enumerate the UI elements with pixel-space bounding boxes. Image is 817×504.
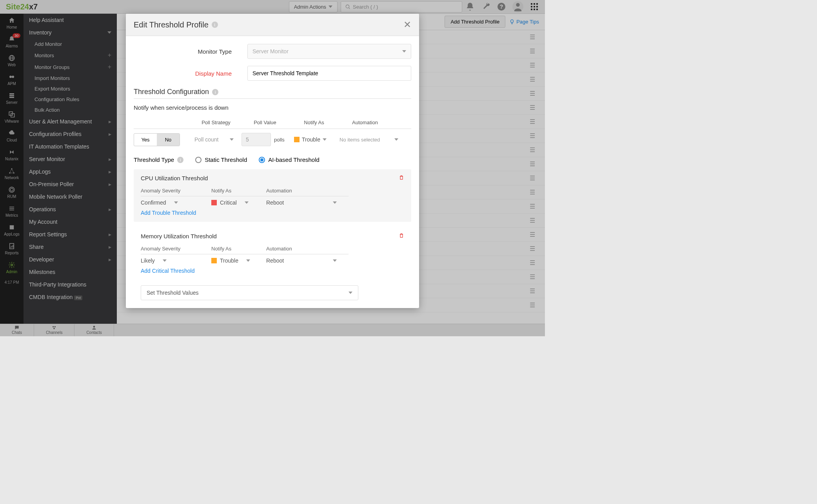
add-critical-threshold-link[interactable]: Add Critical Threshold [141, 268, 194, 274]
delete-icon[interactable] [399, 175, 404, 182]
poll-strategy-select[interactable]: Poll count [191, 133, 238, 146]
info-icon[interactable]: i [177, 157, 183, 163]
modal-overlay: Edit Threshold Profile i ✕ Monitor Type … [0, 0, 545, 336]
caret-down-icon [349, 292, 352, 294]
radio-icon [259, 157, 265, 163]
caret-down-icon [333, 201, 337, 204]
monitor-type-row: Monitor Type Server Monitor [134, 44, 411, 59]
cpu-threshold-block: CPU Utilization Threshold Anomaly Severi… [134, 169, 411, 222]
caret-down-icon [163, 259, 167, 262]
no-button[interactable]: No [157, 134, 180, 146]
modal-body: Monitor Type Server Monitor Display Name… [126, 36, 419, 308]
monitor-type-label: Monitor Type [134, 48, 247, 55]
cpu-threshold-title: CPU Utilization Threshold [141, 175, 404, 181]
display-name-input[interactable] [247, 66, 411, 81]
caret-down-icon [333, 259, 337, 262]
info-icon[interactable]: i [212, 22, 218, 28]
caret-down-icon [174, 201, 178, 204]
caret-down-icon [323, 138, 327, 141]
notify-down-label: Notify when service/process is down [134, 104, 411, 111]
display-name-row: Display Name [134, 66, 411, 81]
critical-color-icon [211, 200, 217, 205]
caret-down-icon [245, 201, 249, 204]
trouble-color-icon [294, 137, 300, 142]
poll-value-input [241, 133, 271, 146]
set-threshold-select[interactable]: Set Threshold Values [141, 285, 358, 300]
notify-as-select[interactable]: Trouble [211, 257, 266, 264]
memory-threshold-title: Memory Utilization Threshold [141, 233, 404, 239]
monitor-type-select[interactable]: Server Monitor [247, 44, 411, 59]
anomaly-severity-select[interactable]: Likely [141, 257, 211, 264]
yes-no-toggle[interactable]: Yes No [134, 133, 180, 146]
delete-icon[interactable] [399, 233, 404, 240]
info-icon[interactable]: i [212, 89, 218, 95]
sub-header: Anomaly Severity Notify As Automation [141, 243, 349, 254]
table-row: Yes No Poll count polls Trouble [134, 129, 411, 150]
caret-down-icon [230, 138, 234, 141]
modal-title: Edit Threshold Profile i [134, 20, 218, 29]
automation-select[interactable]: Reboot [266, 257, 337, 264]
notify-as-select[interactable]: Trouble [289, 136, 340, 143]
threshold-config-title: Threshold Configuration i [134, 88, 411, 96]
add-trouble-threshold-link[interactable]: Add Trouble Threshold [141, 210, 196, 216]
anomaly-severity-select[interactable]: Confirmed [141, 199, 211, 206]
display-name-label: Display Name [134, 70, 247, 77]
static-threshold-radio[interactable]: Static Threshold [195, 156, 247, 163]
notify-as-select[interactable]: Critical [211, 199, 266, 206]
trouble-color-icon [211, 258, 217, 263]
modal-header: Edit Threshold Profile i ✕ [126, 14, 419, 36]
threshold-type-row: Threshold Type i Static Threshold AI-bas… [134, 156, 411, 163]
automation-select[interactable]: No items selected [340, 137, 398, 143]
sub-header: Anomaly Severity Notify As Automation [141, 185, 349, 196]
table-header: Poll Strategy Poll Value Notify As Autom… [134, 116, 411, 129]
edit-threshold-modal: Edit Threshold Profile i ✕ Monitor Type … [126, 14, 419, 308]
memory-threshold-block: Memory Utilization Threshold Anomaly Sev… [134, 227, 411, 280]
automation-select[interactable]: Reboot [266, 199, 337, 206]
caret-down-icon [246, 259, 250, 262]
memory-sub-row: Likely Trouble Reboot [141, 257, 349, 264]
yes-button[interactable]: Yes [134, 134, 157, 146]
threshold-type-label: Threshold Type i [134, 156, 183, 163]
caret-down-icon [402, 50, 406, 53]
ai-threshold-radio[interactable]: AI-based Threshold [259, 156, 320, 163]
close-icon[interactable]: ✕ [403, 19, 411, 30]
polls-label: polls [271, 137, 288, 143]
radio-icon [195, 157, 202, 163]
caret-down-icon [394, 138, 398, 141]
cpu-sub-row: Confirmed Critical Reboot [141, 199, 349, 206]
